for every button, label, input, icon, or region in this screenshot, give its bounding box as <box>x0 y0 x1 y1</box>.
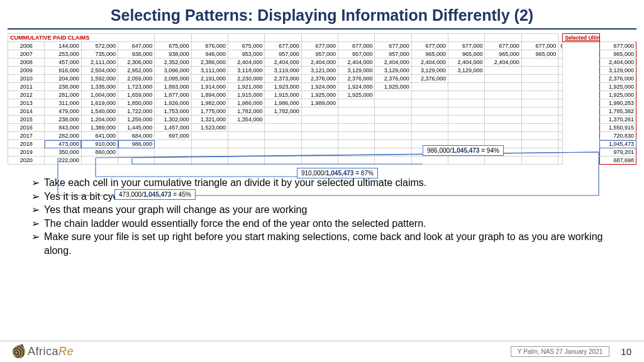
bullet-list: Take each cell in your cumulative triang… <box>31 176 619 258</box>
bullet-item: The chain ladder would essentially force… <box>31 217 619 231</box>
footer-credit: Y Palm, NAS 27 January 2021 <box>511 346 609 357</box>
bullet-item: Yes that means your graph will change as… <box>31 203 619 217</box>
footer: AfricaRe Y Palm, NAS 27 January 2021 10 <box>0 341 644 362</box>
slide-title: Selecting Patterns: Displaying Informati… <box>0 0 644 28</box>
callout-94: 986,000/1,045,473 = 94% <box>423 145 504 156</box>
logo-icon <box>11 344 27 360</box>
bullet-item: Make sure your file is set up right befo… <box>31 230 619 257</box>
callout-87: 910,000/1,045,473 = 87% <box>297 168 378 178</box>
title-rule <box>8 28 636 30</box>
logo: AfricaRe <box>13 345 74 358</box>
spreadsheet-area: CUMMULATIVE PAID CLAIMSSelected Ultimate… <box>8 33 636 165</box>
page-number: 10 <box>621 346 631 357</box>
callout-45: 473,000/1,045,473 = 45% <box>114 189 196 200</box>
claims-table: CUMMULATIVE PAID CLAIMSSelected Ultimate… <box>8 33 636 165</box>
